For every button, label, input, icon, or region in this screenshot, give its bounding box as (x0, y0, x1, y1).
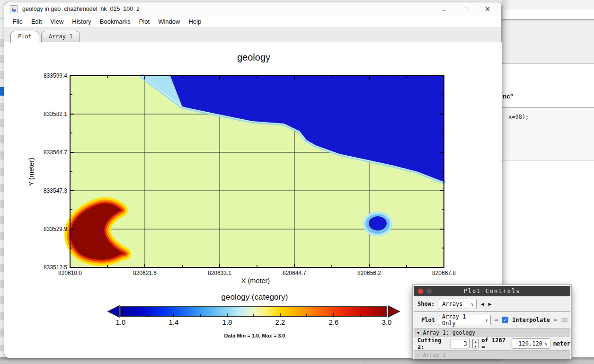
link-icon[interactable] (561, 317, 568, 323)
interpolate-label: Interpolate (512, 317, 550, 323)
screen: nc" x=98); geology in geo_chazhimodel_hk… (0, 0, 594, 364)
plot-controls-titlebar[interactable]: Plot Controls (414, 286, 570, 296)
tab-array-1[interactable]: Array 1 (41, 31, 80, 42)
chevron-down-icon: ∨ (483, 318, 488, 323)
interpolate-checkbox[interactable]: ✓ (502, 317, 508, 323)
show-row: Show: Arrays ∨ ◀ ▶ (414, 296, 570, 312)
tab-plot[interactable]: Plot (10, 31, 39, 43)
unit-label: meter (553, 340, 570, 347)
plot-mode-select[interactable]: Array 1 Only ∨ (439, 315, 491, 325)
plot-row: Plot Array 1 Only ∨ — ✓ Interpolate — (414, 312, 570, 328)
cutting-z-row: Cutting z: 3 ▲ ▼ of 1267 = -120.120 ∨ me… (414, 337, 570, 350)
array2-header-label: Array 2 (423, 352, 445, 358)
array1-section-header[interactable]: ▼ Array 1: geology (414, 328, 570, 337)
array1-header-label: Array 1: geology (423, 329, 475, 336)
maximize-button[interactable]: □ (455, 2, 477, 16)
show-select[interactable]: Arrays ∨ (439, 299, 477, 309)
plot-controls-window: Plot Controls Show: Arrays ∨ ◀ ▶ Plot Ar… (413, 285, 571, 359)
divider (360, 357, 360, 364)
menu-history[interactable]: History (68, 18, 95, 25)
chevron-down-icon: ∨ (542, 341, 548, 346)
background-code-fragment: x=98); (508, 114, 529, 120)
menu-bar: File Edit View History Bookmarks Plot Wi… (4, 16, 501, 28)
menu-bookmarks[interactable]: Bookmarks (96, 18, 135, 25)
java-app-icon (10, 5, 18, 13)
menu-plot[interactable]: Plot (135, 18, 154, 25)
cutting-z-stepper[interactable]: ▲ ▼ (472, 339, 479, 348)
plot-label: Plot (421, 317, 435, 323)
divider (502, 160, 594, 160)
of-total-label: of 1267 = (481, 337, 509, 350)
menu-edit[interactable]: Edit (27, 18, 46, 25)
spin-down-icon[interactable]: ▼ (473, 344, 479, 348)
collapse-closed-icon[interactable]: ▷ (417, 353, 419, 357)
menu-file[interactable]: File (9, 18, 27, 25)
cutting-z-input[interactable]: 3 (451, 339, 470, 348)
menu-window[interactable]: Window (154, 18, 184, 25)
tab-bar: Plot Array 1 (4, 28, 501, 42)
plot-controls-title: Plot Controls (414, 288, 570, 294)
window-titlebar[interactable]: geology in geo_chazhimodel_hk_025_100_z … (4, 2, 501, 16)
collapse-open-icon[interactable]: ▼ (417, 330, 419, 335)
z-value-select[interactable]: -120.120 ∨ (512, 338, 550, 349)
spin-up-icon[interactable]: ▲ (473, 339, 479, 344)
cutting-z-label: Cutting z: (417, 337, 448, 350)
close-button[interactable]: × (477, 2, 498, 16)
show-label: Show: (417, 301, 434, 307)
dash-separator: — (495, 317, 498, 323)
array2-section-header[interactable]: ▷ Array 2 (414, 350, 570, 359)
prev-button[interactable]: ◀ (481, 301, 484, 307)
minimize-button[interactable]: – (433, 2, 455, 16)
dash-separator: — (554, 317, 557, 323)
menu-view[interactable]: View (46, 18, 68, 25)
window-title: geology in geo_chazhimodel_hk_025_100_z (22, 6, 139, 12)
next-button[interactable]: ▶ (488, 301, 492, 307)
menu-help[interactable]: Help (184, 18, 205, 25)
chevron-down-icon: ∨ (469, 302, 474, 307)
